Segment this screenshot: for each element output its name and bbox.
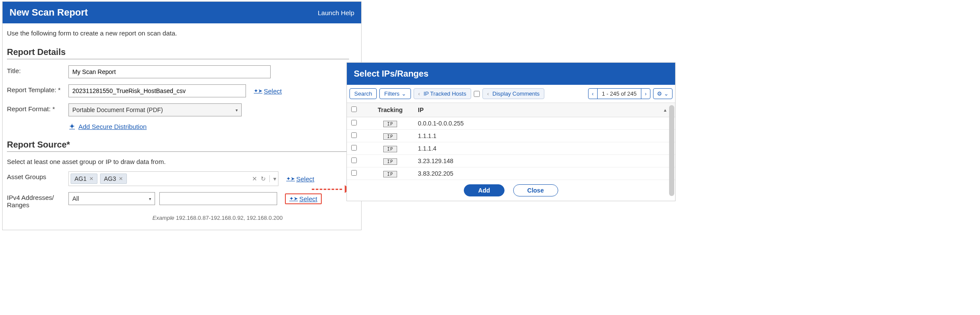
search-button[interactable]: Search [349, 88, 377, 99]
asset-group-tag[interactable]: AG1 ✕ [71, 174, 97, 184]
table-header: Tracking IP ▲ [347, 103, 675, 117]
report-source-heading: Report Source* [7, 140, 349, 152]
new-scan-report-panel: New Scan Report Launch Help Use the foll… [2, 1, 362, 230]
select-all-checkbox[interactable] [351, 106, 357, 112]
col-ip[interactable]: IP ▲ [416, 106, 671, 113]
chevron-down-icon: ▾ [149, 196, 151, 201]
col-tracking[interactable]: Tracking [364, 106, 416, 113]
add-secure-text: Add Secure Distribution [78, 123, 147, 130]
intro-text: Use the following form to create a new r… [7, 29, 357, 37]
add-button[interactable]: Add [464, 184, 504, 196]
row-checkbox[interactable] [351, 145, 357, 151]
pager-next-button[interactable]: › [641, 89, 650, 99]
chevron-down-icon: ⌄ [664, 90, 669, 97]
table-row[interactable]: IP 0.0.0.1-0.0.0.255 [347, 117, 675, 130]
close-icon[interactable]: ✕ [119, 176, 123, 182]
table-row[interactable]: IP 3.23.129.148 [347, 155, 675, 167]
template-select-link[interactable]: ✦➤ Select [254, 87, 282, 95]
tag-text: AG3 [104, 175, 116, 182]
select-link-text: Select [264, 87, 282, 95]
ip-tracked-hosts-filter[interactable]: ‹ IP Tracked Hosts [414, 88, 471, 99]
ip-badge: IP [383, 133, 397, 140]
template-input[interactable] [68, 84, 246, 97]
add-secure-distribution-link[interactable]: ✦ Add Secure Distribution [69, 122, 147, 130]
display-comments-text: Display Comments [492, 90, 540, 97]
asset-group-tag[interactable]: AG3 ✕ [100, 174, 127, 184]
format-row: Report Format: * Portable Document Forma… [7, 103, 357, 116]
select-link-text: Select [296, 175, 314, 183]
left-body: Use the following form to create a new r… [3, 23, 361, 230]
dialog-footer: Add Close [347, 180, 675, 201]
format-value: Portable Document Format (PDF) [72, 106, 163, 113]
format-select[interactable]: Portable Document Format (PDF) ▾ [68, 103, 242, 116]
table-row[interactable]: IP 1.1.1.1 [347, 130, 675, 142]
title-input[interactable] [68, 65, 271, 78]
left-header: New Scan Report Launch Help [3, 2, 361, 23]
row-checkbox[interactable] [351, 120, 357, 125]
dialog-title: Select IPs/Ranges [347, 63, 675, 85]
ip-select-link[interactable]: ✦➤ Select [285, 193, 322, 204]
ip-label: IPv4 Addresses/ Ranges [7, 192, 68, 209]
select-cursor-icon: ✦➤ [286, 176, 295, 182]
asset-groups-select-link[interactable]: ✦➤ Select [286, 175, 314, 183]
close-button[interactable]: Close [513, 184, 558, 196]
select-cursor-icon: ✦➤ [289, 196, 298, 202]
col-ip-text: IP [418, 106, 424, 113]
ip-tracked-text: IP Tracked Hosts [424, 90, 466, 97]
arrow-line [312, 189, 342, 190]
display-comments-checkbox[interactable] [474, 91, 480, 97]
example-value: 192.168.0.87-192.168.0.92, 192.168.0.200 [176, 215, 283, 221]
pager-prev-button[interactable]: ‹ [589, 89, 597, 99]
ip-cell: 3.23.129.148 [416, 158, 671, 164]
page-title: New Scan Report [10, 7, 88, 18]
example-label: Example [152, 215, 175, 221]
ip-badge: IP [383, 146, 397, 152]
annotation-arrow [312, 185, 351, 194]
select-link-text: Select [299, 195, 317, 202]
plus-icon: ✦ [69, 122, 75, 130]
launch-help-link[interactable]: Launch Help [318, 9, 354, 16]
tag-text: AG1 [74, 175, 87, 182]
ip-badge: IP [383, 171, 397, 177]
ip-cell: 3.83.202.205 [416, 170, 671, 177]
sort-asc-icon: ▲ [663, 108, 667, 112]
display-comments-filter[interactable]: ‹ Display Comments [482, 88, 544, 99]
ip-text-input[interactable] [159, 192, 277, 205]
ip-cell: 0.0.0.1-0.0.0.255 [416, 120, 671, 127]
pager-text: 1 - 245 of 245 [597, 89, 641, 99]
ip-badge: IP [383, 158, 397, 165]
toolbar: Search Filters ⌄ ‹ IP Tracked Hosts ‹ Di… [347, 85, 675, 103]
chevron-down-icon: ▾ [236, 108, 238, 112]
tag-box-actions: ✕ ↻ ▾ [252, 175, 276, 182]
gear-icon: ⚙ [657, 90, 662, 97]
filters-button[interactable]: Filters ⌄ [379, 88, 411, 99]
refresh-icon[interactable]: ↻ [261, 175, 266, 182]
filters-text: Filters [384, 90, 399, 97]
ip-dropdown[interactable]: All ▾ [68, 192, 155, 205]
asset-groups-input[interactable]: AG1 ✕ AG3 ✕ ✕ ↻ ▾ [68, 171, 278, 186]
table-row[interactable]: IP 1.1.1.4 [347, 142, 675, 155]
table-row[interactable]: IP 3.83.202.205 [347, 167, 675, 180]
clear-all-icon[interactable]: ✕ [252, 175, 257, 182]
close-icon[interactable]: ✕ [89, 176, 94, 182]
asset-groups-row: Asset Groups AG1 ✕ AG3 ✕ ✕ ↻ ▾ [7, 171, 357, 186]
title-label: Title: [7, 65, 68, 74]
row-checkbox[interactable] [351, 132, 357, 138]
example-text: Example 192.168.0.87-192.168.0.92, 192.1… [152, 215, 357, 221]
scrollbar[interactable] [669, 105, 674, 196]
format-label: Report Format: * [7, 103, 68, 112]
chevron-left-icon: ‹ [487, 90, 489, 97]
chevron-left-icon: ‹ [418, 90, 420, 97]
row-checkbox[interactable] [351, 158, 357, 163]
report-details-heading: Report Details [7, 47, 349, 59]
chevron-down-icon[interactable]: ▾ [269, 175, 276, 182]
select-cursor-icon: ✦➤ [254, 88, 262, 94]
template-label: Report Template: * [7, 84, 68, 93]
row-checkbox[interactable] [351, 170, 357, 176]
ip-row: IPv4 Addresses/ Ranges All ▾ ✦➤ Select [7, 192, 357, 209]
ip-badge: IP [383, 121, 397, 127]
ip-dropdown-value: All [72, 195, 79, 202]
ip-cell: 1.1.1.4 [416, 145, 671, 152]
template-row: Report Template: * ✦➤ Select [7, 84, 357, 97]
settings-button[interactable]: ⚙ ⌄ [653, 88, 673, 99]
